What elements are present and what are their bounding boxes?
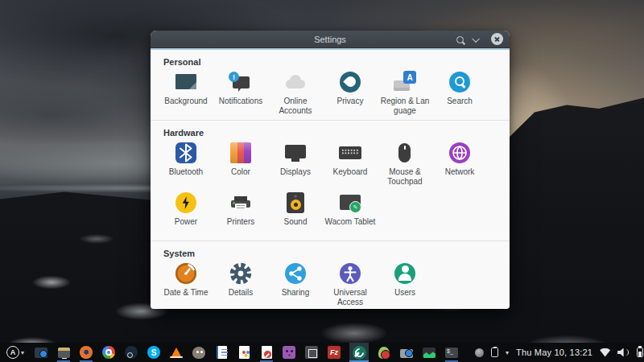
frame-icon — [305, 346, 318, 359]
taskbar-file-manager[interactable] — [56, 343, 71, 362]
chevron-down-icon[interactable] — [471, 31, 482, 48]
item-label: Search — [447, 97, 473, 106]
taskbar-toolbox-app[interactable] — [399, 343, 414, 362]
item-label: Wacom Tablet — [325, 217, 376, 227]
settings-item-search[interactable]: Search — [432, 69, 487, 116]
search-icon[interactable] — [453, 31, 466, 48]
status-icon[interactable] — [475, 348, 484, 357]
settings-item-users[interactable]: Users — [378, 261, 432, 307]
vlc-cone-icon — [171, 348, 182, 358]
settings-item-keyboard[interactable]: Keyboard — [323, 140, 378, 187]
edit-document-icon — [262, 346, 272, 359]
system-grid: Date & Time Details Sharing — [151, 261, 510, 307]
item-label: Users — [394, 288, 415, 298]
network-globe-icon — [447, 140, 473, 166]
taskbar-terminal[interactable]: $_ — [444, 343, 459, 362]
taskbar-office-writer[interactable] — [214, 343, 229, 362]
settings-item-notifications[interactable]: Notifications — [213, 69, 268, 116]
taskbar-system-monitor[interactable] — [422, 343, 436, 362]
taskbar-gimp[interactable] — [192, 343, 206, 362]
item-label: Notifications — [219, 97, 262, 106]
close-button[interactable] — [491, 33, 503, 45]
clipboard-icon[interactable] — [491, 348, 498, 357]
system-monitor-icon — [423, 348, 436, 358]
color-icon — [230, 142, 251, 163]
speaker-icon — [283, 190, 308, 216]
settings-item-universal-access[interactable]: Universal Access — [323, 261, 378, 307]
taskbar-purple-face-app[interactable] — [282, 343, 296, 362]
region-language-icon — [392, 69, 418, 95]
taskbar-office-start[interactable] — [237, 343, 251, 362]
taskbar-screenshot-tool[interactable] — [34, 343, 48, 362]
item-label: Privacy — [337, 97, 364, 106]
notifications-icon — [228, 69, 254, 95]
keyboard-icon — [337, 140, 363, 166]
item-label: Mouse & Touchpad — [387, 167, 422, 187]
taskbar-settings-app-active[interactable] — [349, 343, 369, 362]
printer-icon — [228, 190, 254, 216]
launcher-logo-icon: A — [6, 346, 19, 359]
settings-item-color[interactable]: Color — [213, 140, 268, 187]
item-label: Region & Lan guage — [381, 97, 430, 116]
taskbar-firefox[interactable] — [79, 343, 93, 362]
settings-item-displays[interactable]: Displays — [268, 140, 323, 187]
settings-item-date-time[interactable]: Date & Time — [159, 261, 213, 307]
steam-icon — [125, 346, 138, 359]
battery-icon[interactable] — [637, 348, 643, 357]
settings-item-sound[interactable]: Sound — [268, 190, 323, 237]
item-label: Bluetooth — [169, 167, 203, 177]
item-label: Date & Time — [163, 288, 208, 298]
firefox-icon — [80, 346, 93, 359]
taskbar-frame-tool[interactable] — [304, 343, 319, 362]
settings-item-privacy[interactable]: Privacy — [323, 69, 378, 116]
chevron-down-icon[interactable]: ▾ — [506, 349, 509, 356]
settings-item-region-language[interactable]: Region & Lan guage — [378, 69, 432, 116]
item-label: Power — [175, 217, 197, 227]
settings-item-bluetooth[interactable]: Bluetooth — [159, 140, 213, 187]
item-label: Background — [164, 97, 207, 106]
settings-item-power[interactable]: Power — [159, 190, 213, 237]
office-document-icon — [239, 346, 250, 359]
background-icon — [173, 69, 199, 95]
taskbar-chrome[interactable] — [101, 343, 116, 362]
app-launcher-button[interactable]: A ▾ — [5, 343, 26, 362]
item-label: Sharing — [282, 288, 309, 298]
item-label: Details — [229, 288, 254, 298]
settings-item-wacom-tablet[interactable]: Wacom Tablet — [323, 190, 378, 237]
desktop: Settings Personal Background Notificatio… — [0, 0, 644, 362]
item-label: Universal Access — [333, 288, 367, 307]
chrome-icon — [102, 346, 115, 359]
settings-item-online-accounts[interactable]: Online Accounts — [268, 69, 323, 116]
wifi-icon[interactable] — [600, 348, 610, 357]
settings-item-background[interactable]: Background — [159, 69, 213, 116]
section-header-personal: Personal — [163, 57, 510, 67]
taskbar-document-editor[interactable] — [259, 343, 274, 362]
user-bust-icon — [392, 261, 418, 286]
titlebar[interactable]: Settings — [151, 31, 510, 48]
settings-panel: Personal Background Notifications Online… — [151, 48, 510, 307]
settings-item-network[interactable]: Network — [432, 140, 487, 187]
taskbar-steam[interactable] — [124, 343, 138, 362]
bluetooth-icon — [173, 140, 199, 166]
taskbar-clock[interactable]: Thu May 10, 13:21 — [516, 348, 592, 357]
settings-item-printers[interactable]: Printers — [213, 190, 268, 237]
taskbar-filezilla[interactable]: Fz — [327, 343, 341, 362]
privacy-icon — [337, 69, 363, 95]
taskbar-vlc[interactable] — [169, 343, 184, 362]
skype-icon: S — [147, 346, 160, 359]
gnome-foot-icon — [378, 347, 390, 359]
speaker-glyph — [617, 348, 625, 357]
volume-icon[interactable] — [617, 348, 630, 357]
taskbar-gnome-foot-app[interactable] — [377, 343, 391, 362]
taskbar-skype[interactable]: S — [147, 343, 161, 362]
item-label: Keyboard — [333, 167, 368, 177]
clock-icon — [173, 261, 199, 286]
section-header-hardware: Hardware — [163, 128, 510, 138]
power-bolt-icon — [173, 190, 199, 216]
section-separator — [151, 241, 510, 241]
purple-face-icon — [283, 346, 295, 359]
tablet-pen-icon — [337, 190, 363, 216]
settings-item-sharing[interactable]: Sharing — [268, 261, 323, 307]
settings-item-details[interactable]: Details — [213, 261, 268, 307]
settings-item-mouse-touchpad[interactable]: Mouse & Touchpad — [378, 140, 432, 187]
